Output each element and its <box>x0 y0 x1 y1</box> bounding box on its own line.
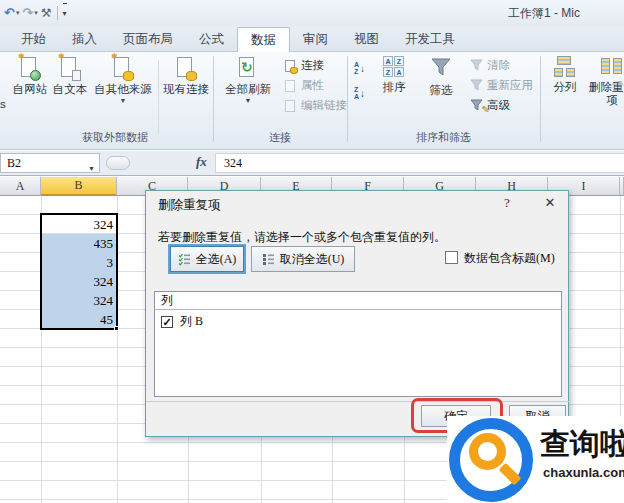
dialog-separator <box>146 401 570 402</box>
select-all-button[interactable]: 全选(A) <box>170 246 244 272</box>
edit-links-icon <box>284 99 297 113</box>
column-header-a[interactable]: A <box>0 177 41 196</box>
chevron-down-icon: ▾ <box>16 4 20 22</box>
from-web-icon: ✱ <box>20 56 40 80</box>
undo-button[interactable]: ↶▾ <box>4 4 19 22</box>
remove-duplicates-icon <box>601 56 623 78</box>
from-text-button[interactable]: ✱ 自文本 <box>50 56 90 96</box>
ribbon: s ✱ 自网站 ✱ 自文本 ✱ 自其他来源 ▼ 现有连接 获取外部数据 ↻ 全部… <box>0 52 624 150</box>
unselect-all-icon <box>262 253 275 266</box>
remove-duplicates-button[interactable]: 删除重复项 <box>588 56 624 107</box>
ribbon-tab-bar: 开始 插入 页面布局 公式 数据 审阅 视图 开发工具 <box>0 26 624 52</box>
name-box[interactable]: B2 ▼ <box>0 153 100 173</box>
group-label-get-external-data: 获取外部数据 <box>40 130 190 146</box>
sort-descending-button[interactable]: ZA↓ <box>352 82 374 104</box>
sort-ascending-button[interactable]: AZ↓ <box>352 57 374 79</box>
text-to-columns-button[interactable]: 分列 <box>546 56 584 94</box>
clear-filter-button: 清除 <box>470 58 510 73</box>
clear-filter-icon <box>470 59 483 73</box>
from-web-button[interactable]: ✱ 自网站 <box>10 56 50 96</box>
formula-input[interactable]: 324 <box>215 153 624 173</box>
qat-more-button[interactable]: ▾ <box>63 3 67 23</box>
properties-button: 属性 <box>284 78 324 93</box>
dialog-close-button[interactable]: ✕ <box>540 195 560 213</box>
select-all-icon <box>178 253 191 266</box>
tab-home[interactable]: 开始 <box>8 27 59 51</box>
tab-review[interactable]: 审阅 <box>290 27 341 51</box>
sort-button[interactable]: AZZA 排序 <box>376 56 412 94</box>
remove-duplicates-dialog: 删除重复项 ? ✕ 若要删除重复值，请选择一个或多个包含重复值的列。 全选(A)… <box>145 190 569 437</box>
from-other-sources-button[interactable]: ✱ 自其他来源 ▼ <box>92 56 154 104</box>
column-header-b-selected[interactable]: B <box>41 177 117 196</box>
column-header-filler <box>620 177 624 196</box>
chevron-down-icon: ▼ <box>245 97 252 104</box>
existing-connections-button[interactable]: 现有连接 <box>162 56 210 96</box>
dialog-instruction: 若要删除重复值，请选择一个或多个包含重复值的列。 <box>158 229 446 246</box>
dialog-help-button[interactable]: ? <box>498 195 516 213</box>
chevron-down-icon: ▾ <box>34 4 38 22</box>
group-separator <box>540 56 541 142</box>
filter-button[interactable]: 筛选 <box>424 56 458 97</box>
group-label-connections: 连接 <box>213 130 347 146</box>
excel-window: ↶▾ ↷▾ ⚒ ▾ 工作簿1 - Mic 开始 插入 页面布局 公式 数据 审阅… <box>0 0 624 503</box>
properties-icon <box>284 79 297 93</box>
from-other-sources-icon: ✱ <box>113 56 133 80</box>
selection-border <box>40 213 118 330</box>
title-bar: ↶▾ ↷▾ ⚒ ▾ 工作簿1 - Mic <box>0 0 624 26</box>
from-text-icon: ✱ <box>60 56 80 80</box>
watermark-brand: 查询啦 <box>540 424 624 465</box>
watermark: 查询啦 chaxunla.com <box>447 416 624 503</box>
columns-listbox[interactable]: 列 ✓ 列 B <box>154 291 562 397</box>
reapply-filter-button: 重新应用 <box>470 78 533 93</box>
data-has-headers-label: 数据包含标题(M) <box>464 250 555 267</box>
unselect-all-button[interactable]: 取消全选(U) <box>251 246 355 272</box>
connections-icon <box>284 59 297 73</box>
group-label-sort-filter: 排序和筛选 <box>347 130 540 146</box>
customize-tools-button[interactable]: ⚒ <box>41 4 52 22</box>
existing-connections-icon <box>176 56 196 80</box>
tab-data[interactable]: 数据 <box>237 27 290 52</box>
sort-za-icon: ZA <box>354 86 359 100</box>
logo-lens-icon <box>469 433 506 470</box>
watermark-domain: chaxunla.com <box>543 465 624 480</box>
undo-icon: ↶ <box>4 4 15 22</box>
toolbar-separator <box>57 6 58 20</box>
redo-button[interactable]: ↷▾ <box>22 4 37 22</box>
tab-view[interactable]: 视图 <box>341 27 392 51</box>
data-has-headers-checkbox[interactable] <box>445 251 458 264</box>
tab-formulas[interactable]: 公式 <box>186 27 237 51</box>
funnel-icon <box>430 56 452 81</box>
sort-dialog-icon: AZZA <box>383 56 405 78</box>
advanced-filter-button[interactable]: ✎ 高级 <box>470 98 510 113</box>
insert-function-button[interactable]: fx <box>196 154 207 170</box>
sort-az-icon: AZ <box>354 61 359 75</box>
edit-links-button: 编辑链接 <box>284 98 347 113</box>
advanced-filter-icon: ✎ <box>470 99 483 113</box>
formula-bar-divider <box>106 156 130 170</box>
redo-icon: ↷ <box>22 4 33 22</box>
tab-insert[interactable]: 插入 <box>59 27 110 51</box>
tab-developer[interactable]: 开发工具 <box>392 27 468 51</box>
quick-access-toolbar: ↶▾ ↷▾ ⚒ ▾ <box>4 3 67 23</box>
refresh-all-icon: ↻ <box>238 56 258 80</box>
checked-checkbox-icon[interactable]: ✓ <box>161 316 173 328</box>
formula-bar: B2 ▼ fx 324 <box>0 151 624 176</box>
text-to-columns-icon <box>554 56 576 78</box>
refresh-all-button[interactable]: ↻ 全部刷新 ▼ <box>222 56 274 104</box>
listbox-header: 列 <box>155 292 561 310</box>
chevron-down-icon: ▼ <box>120 97 127 104</box>
reapply-filter-icon <box>470 79 483 93</box>
dialog-title: 删除重复项 <box>158 197 221 214</box>
chevron-down-icon: ▼ <box>88 160 95 178</box>
window-title: 工作簿1 - Mic <box>508 5 624 22</box>
cut-button-label: s <box>0 98 6 110</box>
group-inner-separator <box>158 60 159 134</box>
tools-icon: ⚒ <box>41 4 52 22</box>
tab-page-layout[interactable]: 页面布局 <box>110 27 186 51</box>
connections-button[interactable]: 连接 <box>284 58 324 73</box>
list-item-column-b[interactable]: ✓ 列 B <box>155 310 561 333</box>
fill-handle[interactable] <box>114 326 119 331</box>
